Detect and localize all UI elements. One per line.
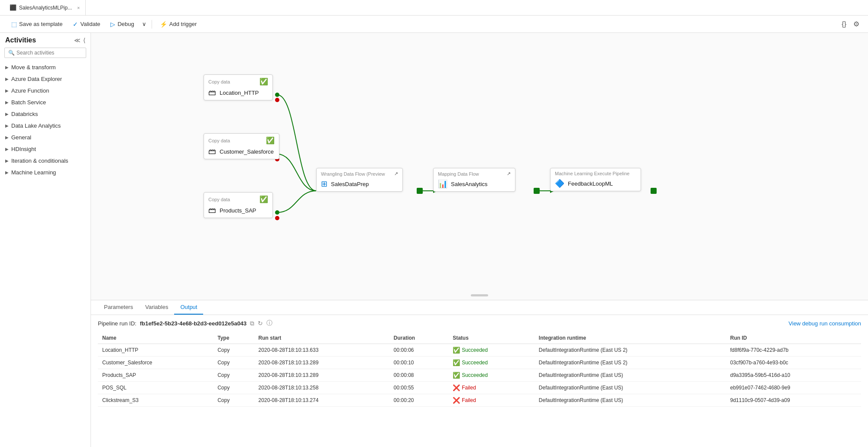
node-name: FeedbackLoopML: [568, 180, 613, 187]
mapping-dataflow-node[interactable]: Mapping Data Flow ↗ 📊 SalesAnalytics: [433, 168, 515, 192]
pipeline-canvas[interactable]: Copy data ✅ 🗃 Location_HTTP Copy data ✅ …: [91, 33, 868, 300]
success-icon: ✅: [453, 359, 460, 366]
copy-node-customer-salesforce[interactable]: Copy data ✅ 🗃 Customer_Salesforce: [204, 133, 279, 159]
sidebar-item-move-transform[interactable]: ▶Move & transform: [0, 61, 91, 73]
canvas-area: Copy data ✅ 🗃 Location_HTTP Copy data ✅ …: [91, 33, 868, 447]
debug-icon: ▷: [110, 21, 115, 28]
search-input[interactable]: [16, 50, 82, 56]
sidebar-item-batch-service[interactable]: ▶Batch Service: [0, 96, 91, 108]
tab-close-button[interactable]: ×: [77, 5, 80, 10]
cell-run-start: 2020-08-28T18:10:13.274: [254, 394, 389, 407]
refresh-icon[interactable]: ↻: [258, 320, 263, 327]
svg-rect-11: [534, 188, 540, 194]
add-trigger-button[interactable]: ⚡ Add trigger: [155, 19, 201, 29]
expand-icon: ▶: [5, 123, 9, 128]
validate-button[interactable]: ✓ Validate: [68, 19, 104, 29]
expand-icon: ▶: [5, 112, 9, 116]
sidebar-item-azure-data-explorer[interactable]: ▶Azure Data Explorer: [0, 73, 91, 85]
copy-node-products-sap[interactable]: Copy data ✅ 🗃 Products_SAP: [204, 192, 273, 218]
bottom-content: Pipeline run ID: fb1ef5e2-5b23-4e68-b2d3…: [91, 315, 868, 447]
cell-run-id: eb991e07-7462-4680-9e9: [726, 382, 861, 394]
sidebar-item-label: Machine Learning: [11, 169, 56, 176]
tab-parameters[interactable]: Parameters: [98, 300, 139, 315]
svg-point-0: [275, 93, 279, 97]
status-label: Succeeded: [462, 360, 488, 366]
col-run-id: Run ID: [726, 332, 861, 344]
copy-node-location-http[interactable]: Copy data ✅ 🗃 Location_HTTP: [204, 74, 273, 100]
settings-button[interactable]: ⚙: [852, 18, 861, 30]
sidebar-item-general[interactable]: ▶General: [0, 132, 91, 143]
save-as-template-button[interactable]: ⬚ Save as template: [7, 19, 67, 29]
sidebar-item-data-lake-analytics[interactable]: ▶Data Lake Analytics: [0, 120, 91, 132]
expand-icon: ▶: [5, 65, 9, 70]
cell-runtime: DefaultIntegrationRuntime (East US 2): [534, 357, 726, 369]
table-row: POS_SQL Copy 2020-08-28T18:10:13.258 00:…: [98, 382, 861, 394]
sidebar-item-label: HDInsight: [11, 146, 36, 152]
table-row: Location_HTTP Copy 2020-08-28T18:10:13.6…: [98, 344, 861, 357]
view-consumption-link[interactable]: View debug run consumption: [789, 320, 861, 327]
pipeline-tab[interactable]: ⬛ SalesAnalyticsMLPip... ×: [4, 0, 86, 15]
cell-runtime: DefaultIntegrationRuntime (East US): [534, 394, 726, 407]
sidebar-title: Activities: [5, 36, 36, 44]
table-row: Customer_Salesforce Copy 2020-08-28T18:1…: [98, 357, 861, 369]
node-status-icon: ✅: [259, 195, 268, 203]
tab-output[interactable]: Output: [174, 300, 203, 315]
sidebar-item-machine-learning[interactable]: ▶Machine Learning: [0, 167, 91, 178]
ml-execute-pipeline-node[interactable]: Machine Learning Execute Pipeline 🔷 Feed…: [550, 168, 641, 191]
cell-run-id: d9a3395a-59b5-416d-a10: [726, 369, 861, 382]
external-link-icon[interactable]: ↗: [507, 171, 511, 177]
node-type-label: Copy data: [208, 197, 230, 202]
external-link-icon[interactable]: ↗: [394, 171, 398, 177]
chevron-down-icon: ∨: [142, 21, 146, 27]
cell-run-start: 2020-08-28T18:10:13.633: [254, 344, 389, 357]
cell-type: Copy: [213, 344, 254, 357]
sidebar-collapse-icon[interactable]: ≪: [74, 37, 81, 44]
cell-status: ✅Succeeded: [448, 357, 534, 369]
pipeline-run-id: fb1ef5e2-5b23-4e68-b2d3-eed012e5a043: [140, 320, 246, 327]
toolbar-right: {} ⚙: [840, 18, 861, 30]
sidebar-item-databricks[interactable]: ▶Databricks: [0, 108, 91, 120]
cell-runtime: DefaultIntegrationRuntime (East US 2): [534, 344, 726, 357]
wrangling-dataflow-node[interactable]: Wrangling Data Flow (Preview ↗ ⊞ SalesDa…: [316, 168, 403, 192]
ml-icon: 🔷: [555, 179, 564, 188]
cell-duration: 00:00:55: [389, 382, 448, 394]
table-row: Clickstream_S3 Copy 2020-08-28T18:10:13.…: [98, 394, 861, 407]
bottom-panel: Parameters Variables Output Pipeline run…: [91, 300, 868, 447]
expand-icon: ▶: [5, 147, 9, 151]
copy-id-icon[interactable]: ⧉: [250, 320, 254, 327]
cell-run-id: 03cf907b-a760-4e93-b0c: [726, 357, 861, 369]
sidebar: Activities ≪ ⟨ 🔍 ▶Move & transform▶Azure…: [0, 33, 91, 447]
search-icon: 🔍: [8, 50, 15, 56]
cell-runtime: DefaultIntegrationRuntime (East US): [534, 369, 726, 382]
validate-icon: ✓: [73, 21, 78, 28]
bottom-tabs: Parameters Variables Output: [91, 300, 868, 315]
node-type-label: Mapping Data Flow: [438, 171, 479, 177]
debug-button[interactable]: ▷ Debug: [106, 19, 138, 29]
failed-icon: ❌: [453, 397, 460, 404]
sidebar-item-label: Batch Service: [11, 99, 46, 106]
sidebar-item-label: Azure Data Explorer: [11, 76, 62, 82]
cell-run-id: 9d1110c9-0507-4d39-a09: [726, 394, 861, 407]
success-icon: ✅: [453, 372, 460, 379]
col-run-start: Run start: [254, 332, 389, 344]
toolbar-divider: [152, 20, 152, 29]
sidebar-header: Activities ≪ ⟨: [0, 33, 91, 46]
node-name: Products_SAP: [220, 207, 256, 214]
debug-dropdown-button[interactable]: ∨: [140, 19, 148, 29]
sidebar-minimize-icon[interactable]: ⟨: [83, 37, 85, 44]
tab-variables[interactable]: Variables: [139, 300, 174, 315]
success-icon: ✅: [453, 347, 460, 354]
info-icon[interactable]: ⓘ: [266, 319, 272, 327]
sidebar-item-hdinsight[interactable]: ▶HDInsight: [0, 143, 91, 155]
cell-status: ✅Succeeded: [448, 344, 534, 357]
cell-duration: 00:00:10: [389, 357, 448, 369]
sidebar-item-azure-function[interactable]: ▶Azure Function: [0, 85, 91, 96]
copy-icon: 🗃: [208, 147, 216, 156]
expand-icon: ▶: [5, 77, 9, 81]
code-view-button[interactable]: {}: [840, 19, 848, 30]
panel-resize-handle[interactable]: [471, 294, 488, 296]
run-id-row: Pipeline run ID: fb1ef5e2-5b23-4e68-b2d3…: [98, 319, 861, 327]
status-label: Succeeded: [462, 372, 488, 378]
sidebar-item-iteration-conditionals[interactable]: ▶Iteration & conditionals: [0, 155, 91, 167]
sidebar-item-label: Move & transform: [11, 64, 56, 71]
